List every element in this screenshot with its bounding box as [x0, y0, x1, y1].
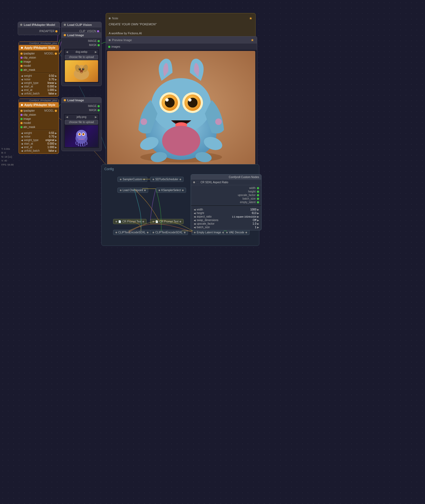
stat-v: V: 40: [1, 159, 14, 163]
cr-swap-left-arrow[interactable]: ◀: [193, 219, 196, 222]
apply2-noise-left-arrow[interactable]: ◀: [20, 135, 23, 138]
image-prev-btn-1[interactable]: ◀: [66, 50, 68, 53]
image-filename-1: dog.webp: [75, 50, 87, 53]
apply2-ub-left-arrow[interactable]: ◀: [20, 149, 23, 152]
apply2-wt-left-arrow[interactable]: ◀: [20, 139, 23, 142]
image-prev-btn-2[interactable]: ◀: [66, 115, 68, 118]
cr-upscale-right-arrow[interactable]: ▶: [257, 222, 259, 225]
apply2-noise-right-arrow[interactable]: ▶: [55, 135, 57, 138]
choose-file-btn-1[interactable]: choose file to upload: [65, 55, 98, 59]
apply1-ea-value: 1.000: [45, 88, 54, 91]
cr-upscale-port: [257, 194, 259, 196]
cr-aspect-right-arrow[interactable]: ▶: [257, 215, 259, 218]
cr-batch-right-arrow[interactable]: ▶: [257, 226, 259, 229]
cr-width-slider-label: width: [197, 208, 246, 211]
apply1-sa-right-arrow[interactable]: ▶: [55, 85, 57, 88]
mask-output-row-1: MASK: [63, 43, 100, 47]
apply1-weight-left-arrow[interactable]: ◀: [20, 75, 23, 77]
apply1-ub-right-arrow[interactable]: ▶: [55, 92, 57, 95]
sd-turbo-port: [153, 179, 154, 180]
cr-checkbox[interactable]: [196, 181, 199, 184]
apply1-mask-row: atn_mask: [20, 68, 57, 72]
apply2-ea-right-arrow[interactable]: ▶: [55, 146, 57, 149]
image-output-port-2: [98, 105, 100, 107]
dog-thumbnail: [65, 60, 98, 82]
cr-width-port: [257, 187, 259, 189]
apply2-sa-label: start_at: [24, 142, 44, 145]
sd-turbo-out-port: [180, 179, 181, 180]
apply1-ea-right-arrow[interactable]: ▶: [55, 89, 57, 91]
apply1-model-label: model: [23, 64, 31, 67]
cr-height-right-arrow[interactable]: ▶: [257, 212, 259, 215]
cr-upscale-slider-label: upscale_factor: [197, 222, 246, 225]
cr-prompt-2-icon: 📄: [155, 220, 158, 223]
cr-prompt-1-icon: 📄: [118, 220, 121, 223]
apply2-wt-right-arrow[interactable]: ▶: [55, 139, 57, 142]
svg-point-6: [80, 68, 80, 69]
ksampler-label: KSamplerSelect: [161, 189, 181, 192]
load-image-2-node: Load Image IMAGE MASK ◀ jelly.png ▶ choo…: [61, 97, 102, 151]
svg-point-16: [83, 133, 84, 135]
mask-output-row-2: MASK: [63, 108, 100, 112]
apply2-sa-left-arrow[interactable]: ◀: [20, 142, 23, 145]
cr-width-left-arrow[interactable]: ◀: [193, 208, 196, 211]
sd-turbo-label: SDTurboScheduler: [155, 178, 178, 181]
load-checkpoint-mini-node: Load Checkpoint: [117, 188, 148, 193]
cr-panel-title: CR SDXL Aspect Ratio: [201, 181, 228, 184]
apply2-weight-left-arrow[interactable]: ◀: [20, 132, 23, 135]
apply2-ea-label: end_at: [24, 146, 44, 149]
apply2-sa-right-arrow[interactable]: ▶: [55, 142, 57, 145]
cr-empty-latent-port: [257, 201, 259, 203]
cr-upscale-left-arrow[interactable]: ◀: [193, 222, 196, 225]
image-output-text-1: IMAGE: [88, 39, 97, 42]
choose-file-btn-2[interactable]: choose file to upload: [65, 120, 98, 124]
cr-aspect-left-arrow[interactable]: ◀: [193, 215, 196, 218]
cr-batch-label: batch_size: [242, 197, 256, 200]
apply1-noise-right-arrow[interactable]: ▶: [55, 78, 57, 81]
apply1-sa-left-arrow[interactable]: ◀: [20, 85, 23, 88]
image-output-text-2: IMAGE: [88, 105, 97, 108]
cr-prompt-2-out-port: [180, 221, 181, 222]
stats-overlay: T: 0.00s B: 0 N: 19 [11] V: 40 FPS: 59.8…: [1, 147, 14, 167]
apply2-noise-label: noise: [24, 135, 44, 138]
cr-width-right-arrow[interactable]: ▶: [257, 208, 259, 211]
cr-batch-left-arrow[interactable]: ◀: [193, 226, 196, 229]
cr-prompt-1-port: [116, 221, 117, 222]
cr-height-left-arrow[interactable]: ◀: [193, 212, 196, 215]
apply1-ea-left-arrow[interactable]: ◀: [20, 89, 23, 91]
apply1-ub-left-arrow[interactable]: ◀: [20, 92, 23, 95]
apply1-wt-right-arrow[interactable]: ▶: [55, 82, 57, 84]
apply2-weight-right-arrow[interactable]: ▶: [55, 132, 57, 135]
image-next-btn-1[interactable]: ▶: [95, 50, 97, 53]
apply1-weight-right-arrow[interactable]: ▶: [55, 75, 57, 77]
apply1-ub-value: false: [45, 92, 54, 95]
image-next-btn-2[interactable]: ▶: [95, 115, 97, 118]
apply2-ub-right-arrow[interactable]: ▶: [55, 149, 57, 152]
cr-prompt-1-mini-node: 📄 CR Prompt Text: [113, 219, 147, 224]
clip-encode-1-mini-node: CLIPTextEncodeSDXL: [113, 230, 151, 235]
stat-b: B: 0: [1, 151, 14, 155]
cr-swap-right-arrow[interactable]: ▶: [257, 219, 259, 222]
svg-point-22: [215, 118, 222, 125]
note-node: Note ★ CREATE YOUR OWN "POKEMON" A workf…: [106, 13, 256, 39]
cr-sdxl-panel: Comfyroll Custom Nodes CR SDXL Aspect Ra…: [191, 174, 262, 230]
svg-point-10: [76, 130, 87, 140]
load-image-2-title: Load Image: [67, 99, 84, 102]
stat-t: T: 0.00s: [1, 147, 14, 151]
apply2-weight-label: weight: [24, 132, 44, 135]
apply2-ea-left-arrow[interactable]: ◀: [20, 146, 23, 149]
apply1-noise-left-arrow[interactable]: ◀: [20, 78, 23, 81]
comfyroll-label: Comfyroll Custom Nodes: [229, 176, 259, 179]
note-header: Note ★: [109, 16, 253, 20]
jelly-thumbnail: [65, 125, 98, 147]
sampler-custom-port: [120, 179, 122, 180]
pokemon-preview-svg: [107, 51, 255, 165]
clip-encode-1-port: [116, 232, 117, 233]
clip-encode-1-label: CLIPTextEncodeSDXL: [118, 231, 146, 234]
preview-status-dot: [109, 39, 111, 41]
apply2-mask-in-port: [20, 126, 23, 128]
apply1-image-in-port: [20, 61, 23, 63]
load-clip-vision-title: Load CLIP Vision: [67, 23, 92, 26]
apply1-wt-left-arrow[interactable]: ◀: [20, 82, 23, 84]
apply1-endat-slider: ◀ end_at 1.000 ▶: [20, 88, 57, 92]
